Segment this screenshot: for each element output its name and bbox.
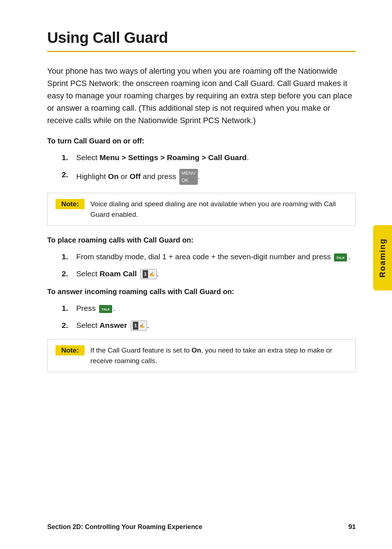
- step-content: Highlight On or Off and press MENUOK.: [76, 169, 356, 185]
- talk-button-icon-2: TALK: [99, 305, 112, 313]
- page-footer: Section 2D: Controlling Your Roaming Exp…: [47, 523, 356, 531]
- note-box-2: Note: If the Call Guard feature is set t…: [47, 339, 356, 372]
- answer-icon-number: 1: [133, 322, 138, 330]
- roam-call-icon-symbol: ✍: [149, 271, 155, 278]
- section1-heading: To turn Call Guard on or off:: [47, 137, 356, 145]
- section3-heading: To answer incoming roaming calls with Ca…: [47, 288, 356, 296]
- talk-button-icon: TALK: [334, 253, 347, 261]
- section2-heading: To place roaming calls with Call Guard o…: [47, 236, 356, 244]
- note-text-1: Voice dialing and speed dialing are not …: [90, 199, 347, 220]
- answer-text: Answer: [99, 321, 127, 329]
- step-bold: Off: [130, 172, 140, 180]
- roam-call-text: Roam Call: [99, 269, 137, 278]
- footer-section: Section 2D: Controlling Your Roaming Exp…: [47, 523, 202, 531]
- note-text-2: If the Call Guard feature is set to On, …: [90, 345, 347, 366]
- list-item: 1. Select Menu > Settings > Roaming > Ca…: [62, 152, 356, 164]
- note-label-1: Note:: [56, 199, 85, 209]
- intro-paragraph: Your phone has two ways of alerting you …: [47, 65, 356, 127]
- answer-icon-symbol: ✍: [139, 322, 145, 329]
- note-bold: On: [192, 346, 201, 354]
- step-content: Select Roam Call 1 ✍ .: [76, 268, 356, 280]
- step-content: From standby mode, dial 1 + area code + …: [76, 251, 356, 263]
- note-box-1: Note: Voice dialing and speed dialing ar…: [47, 193, 356, 226]
- section2-list: 1. From standby mode, dial 1 + area code…: [62, 251, 356, 280]
- roam-call-icon-number: 1: [143, 270, 148, 278]
- list-item: 1. Press TALK .: [62, 302, 356, 314]
- list-item: 2. Select Roam Call 1 ✍ .: [62, 268, 356, 280]
- step-number: 2.: [62, 268, 72, 280]
- title-divider: [47, 51, 356, 52]
- step-content: Select Answer 1 ✍ .: [76, 320, 356, 332]
- roaming-side-tab: Roaming: [373, 225, 392, 290]
- step-bold: Menu > Settings > Roaming > Call Guard: [99, 153, 247, 162]
- page-title: Using Call Guard: [47, 29, 356, 46]
- step-number: 1.: [62, 152, 72, 164]
- step-number: 1.: [62, 251, 72, 263]
- section3-list: 1. Press TALK . 2. Select Answer 1 ✍ .: [62, 302, 356, 331]
- list-item: 2. Highlight On or Off and press MENUOK.: [62, 169, 356, 185]
- list-item: 1. From standby mode, dial 1 + area code…: [62, 251, 356, 263]
- svg-text:TALK: TALK: [101, 308, 110, 311]
- svg-text:TALK: TALK: [336, 256, 346, 260]
- side-tab-label: Roaming: [378, 238, 387, 277]
- step-number: 2.: [62, 320, 72, 332]
- footer-page-number: 91: [348, 523, 356, 531]
- note-label-2: Note:: [56, 345, 85, 355]
- step-content: Select Menu > Settings > Roaming > Call …: [76, 152, 356, 164]
- list-item: 2. Select Answer 1 ✍ .: [62, 320, 356, 332]
- section1-list: 1. Select Menu > Settings > Roaming > Ca…: [62, 152, 356, 185]
- menu-ok-button-icon: MENUOK: [179, 169, 197, 185]
- step-number: 2.: [62, 169, 72, 181]
- answer-icon: 1 ✍: [131, 321, 147, 331]
- step-content: Press TALK .: [76, 302, 356, 314]
- step-bold: On: [108, 172, 119, 180]
- step-number: 1.: [62, 302, 72, 314]
- roam-call-icon: 1 ✍: [140, 269, 157, 279]
